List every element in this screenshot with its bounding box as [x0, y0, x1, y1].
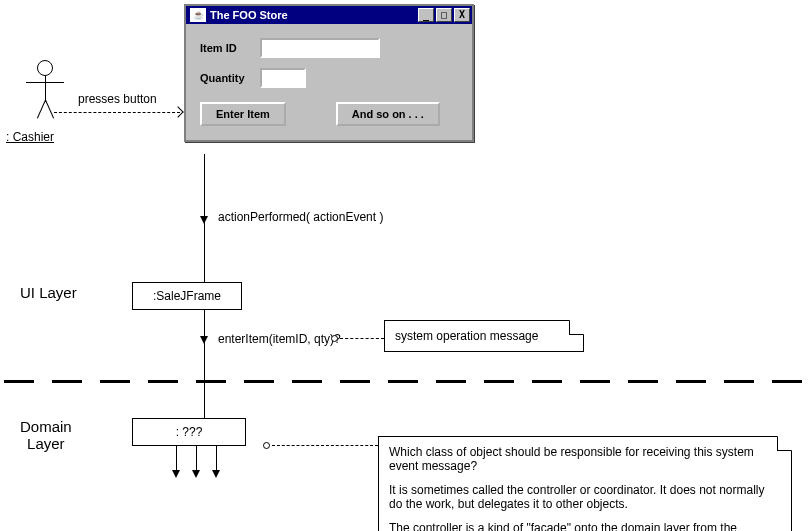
sale-jframe-text: :SaleJFrame — [153, 289, 221, 303]
domain-note-p2: It is sometimes called the controller or… — [389, 483, 781, 511]
sale-jframe-box: :SaleJFrame — [132, 282, 242, 310]
domain-controller-box: : ??? — [132, 418, 246, 446]
actor-label: : Cashier — [6, 130, 54, 144]
note2-connector — [272, 445, 378, 446]
enter-item-label: enterItem(itemID, qty)? — [218, 332, 341, 346]
domain-layer-label: Domain Layer — [20, 418, 72, 452]
java-cup-icon: ☕ — [190, 8, 206, 22]
out-arrow-2 — [192, 470, 200, 478]
enter-item-button[interactable]: Enter Item — [200, 102, 286, 126]
item-id-input[interactable] — [260, 38, 380, 58]
out-line-3 — [216, 446, 217, 472]
item-id-label: Item ID — [200, 42, 260, 54]
and-so-on-button[interactable]: And so on . . . — [336, 102, 440, 126]
minimize-button[interactable]: _ — [418, 8, 434, 22]
domain-controller-text: : ??? — [176, 425, 203, 439]
out-line-2 — [196, 446, 197, 472]
presses-arrow-head — [172, 106, 183, 117]
domain-responsibility-note: Which class of object should be responsi… — [378, 436, 792, 531]
system-operation-note: system operation message — [384, 320, 584, 352]
arrow-2 — [200, 336, 208, 344]
note2-anchor — [263, 442, 270, 449]
domain-note-p3: The controller is a kind of "facade" ont… — [389, 521, 781, 531]
quantity-input[interactable] — [260, 68, 306, 88]
note1-connector — [340, 338, 384, 339]
out-line-1 — [176, 446, 177, 472]
foo-store-window: ☕ The FOO Store _ □ X Item ID Quantity E… — [184, 4, 474, 142]
system-operation-text: system operation message — [395, 329, 538, 343]
out-arrow-1 — [172, 470, 180, 478]
window-titlebar: ☕ The FOO Store _ □ X — [186, 6, 472, 24]
ui-layer-label: UI Layer — [20, 284, 77, 301]
presses-button-label: presses button — [78, 92, 157, 106]
action-performed-label: actionPerformed( actionEvent ) — [218, 210, 383, 224]
quantity-label: Quantity — [200, 72, 260, 84]
domain-note-p1: Which class of object should be responsi… — [389, 445, 781, 473]
presses-arrow-line — [54, 112, 180, 113]
maximize-button[interactable]: □ — [436, 8, 452, 22]
layer-separator — [4, 380, 804, 383]
note1-anchor — [331, 335, 338, 342]
cashier-actor — [20, 60, 70, 130]
arrow-1 — [200, 216, 208, 224]
close-button[interactable]: X — [454, 8, 470, 22]
seq-line-2 — [204, 310, 205, 418]
window-title: The FOO Store — [210, 9, 288, 21]
out-arrow-3 — [212, 470, 220, 478]
